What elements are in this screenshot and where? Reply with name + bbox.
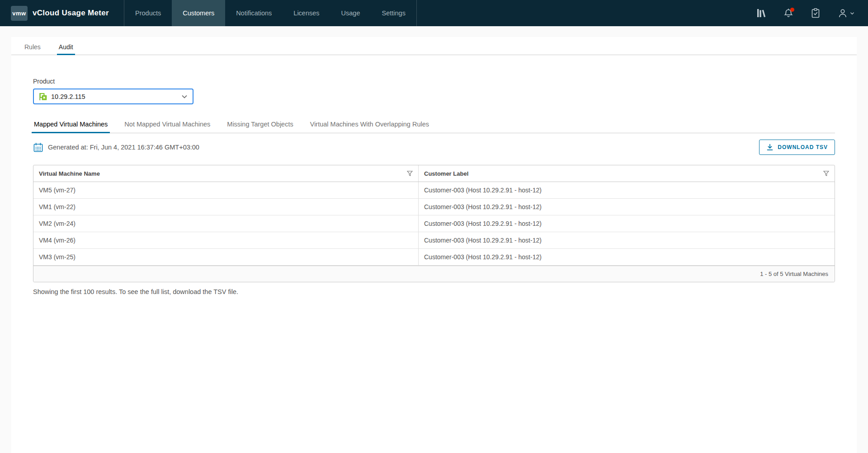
brand[interactable]: vmw vCloud Usage Meter xyxy=(0,0,124,26)
product-select[interactable]: 10.29.2.115 xyxy=(33,89,193,104)
mapped-vms-table: Virtual Machine Name Customer Label xyxy=(33,165,835,282)
caret-down-icon xyxy=(182,95,187,98)
tab-not-mapped-vms[interactable]: Not Mapped Virtual Machines xyxy=(123,120,211,133)
nav-item-notifications[interactable]: Notifications xyxy=(225,0,283,26)
customer-label-cell: Customer-003 (Host 10.29.2.91 - host-12) xyxy=(419,215,835,232)
masthead: vmw vCloud Usage Meter Products Customer… xyxy=(0,0,868,26)
nav-item-products[interactable]: Products xyxy=(124,0,172,26)
product-label: Product xyxy=(33,78,835,85)
table-row: VM2 (vm-24) Customer-003 (Host 10.29.2.9… xyxy=(33,215,835,232)
download-tsv-button[interactable]: DOWNLOAD TSV xyxy=(759,140,835,155)
tab-mapped-vms[interactable]: Mapped Virtual Machines xyxy=(33,120,108,133)
column-header-customer-label: Customer Label xyxy=(419,165,835,182)
table-footer: 1 - 5 of 5 Virtual Machines xyxy=(33,266,835,282)
header-actions xyxy=(756,0,854,26)
customer-label-cell: Customer-003 (Host 10.29.2.91 - host-12) xyxy=(419,182,835,198)
table-row: VM4 (vm-26) Customer-003 (Host 10.29.2.9… xyxy=(33,232,835,249)
filter-icon[interactable] xyxy=(823,171,829,176)
customers-tab-bar: Rules Audit xyxy=(11,37,857,55)
notification-bell-icon[interactable] xyxy=(783,8,794,19)
pagination-summary: 1 - 5 of 5 Virtual Machines xyxy=(760,271,828,277)
column-header-vm-name: Virtual Machine Name xyxy=(33,165,419,182)
user-icon xyxy=(837,8,848,19)
product-selected-value: 10.29.2.115 xyxy=(51,93,85,100)
library-icon[interactable] xyxy=(756,8,767,19)
logo-text: vmw xyxy=(12,10,26,17)
results-note: Showing the first 100 results. To see th… xyxy=(27,288,835,295)
user-menu[interactable] xyxy=(837,8,854,19)
audit-tab-bar: Mapped Virtual Machines Not Mapped Virtu… xyxy=(33,120,835,133)
vm-name-cell: VM1 (vm-22) xyxy=(33,199,419,215)
main-nav: Products Customers Notifications License… xyxy=(124,0,416,26)
table-row: VM1 (vm-22) Customer-003 (Host 10.29.2.9… xyxy=(33,199,835,215)
nav-item-settings[interactable]: Settings xyxy=(371,0,416,26)
tab-vms-overlapping-rules[interactable]: Virtual Machines With Overlapping Rules xyxy=(309,120,430,133)
vm-name-cell: VM4 (vm-26) xyxy=(33,232,419,248)
table-row: VM5 (vm-27) Customer-003 (Host 10.29.2.9… xyxy=(33,182,835,199)
table-header-row: Virtual Machine Name Customer Label xyxy=(33,165,835,182)
download-tsv-label: DOWNLOAD TSV xyxy=(778,144,828,150)
vm-name-cell: VM3 (vm-25) xyxy=(33,249,419,265)
vm-name-cell: VM2 (vm-24) xyxy=(33,215,419,232)
product-select-section: Product 10.29.2.115 xyxy=(33,78,835,104)
app-title: vCloud Usage Meter xyxy=(33,9,109,18)
tab-rules[interactable]: Rules xyxy=(24,37,42,55)
table-row: VM3 (vm-25) Customer-003 (Host 10.29.2.9… xyxy=(33,249,835,266)
tab-missing-target-objects[interactable]: Missing Target Objects xyxy=(226,120,294,133)
customer-label-cell: Customer-003 (Host 10.29.2.91 - host-12) xyxy=(419,232,835,248)
filter-icon[interactable] xyxy=(407,171,413,176)
generated-at-text: Generated at: Fri, Jun 4, 2021 16:37:46 … xyxy=(48,144,199,151)
vsphere-product-icon xyxy=(39,93,47,101)
nav-item-usage[interactable]: Usage xyxy=(330,0,371,26)
download-icon xyxy=(766,144,774,151)
vmware-logo: vmw xyxy=(11,6,28,21)
chevron-down-icon xyxy=(850,12,854,15)
tab-audit[interactable]: Audit xyxy=(58,37,74,55)
nav-item-customers[interactable]: Customers xyxy=(172,0,225,26)
report-toolbar: Generated at: Fri, Jun 4, 2021 16:37:46 … xyxy=(33,140,835,155)
nav-item-licenses[interactable]: Licenses xyxy=(283,0,330,26)
notification-badge xyxy=(790,8,794,12)
content-panel: Rules Audit Product 10.29.2.115 Mapped V… xyxy=(11,37,857,453)
customer-label-cell: Customer-003 (Host 10.29.2.91 - host-12) xyxy=(419,199,835,215)
clipboard-tasks-icon[interactable] xyxy=(810,8,821,19)
vm-name-cell: VM5 (vm-27) xyxy=(33,182,419,198)
customer-label-cell: Customer-003 (Host 10.29.2.91 - host-12) xyxy=(419,249,835,265)
calendar-icon xyxy=(33,142,43,153)
